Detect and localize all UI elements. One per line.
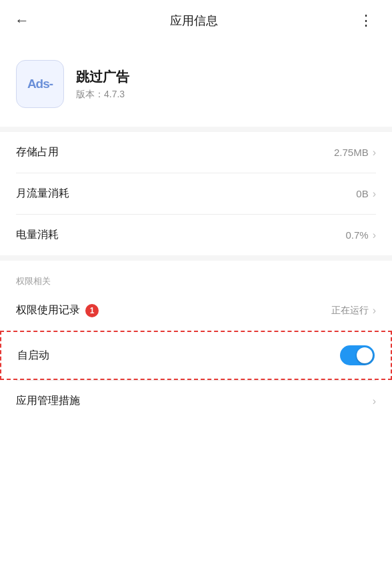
- permission-usage-left: 权限使用记录 1: [16, 303, 99, 317]
- header: ← 应用信息 ⋮: [0, 0, 392, 41]
- permission-chevron-icon: ›: [373, 305, 376, 317]
- battery-value: 0.7%: [345, 229, 368, 241]
- app-name: 跳过广告: [76, 68, 129, 86]
- permission-status: 正在运行: [331, 305, 369, 317]
- section-divider: [0, 127, 392, 132]
- storage-right: 2.75MB ›: [334, 147, 376, 159]
- app-management-right: ›: [371, 395, 376, 407]
- section-divider-2: [0, 255, 392, 261]
- auto-start-item[interactable]: 自启动: [0, 331, 392, 380]
- battery-chevron-icon: ›: [373, 229, 376, 241]
- traffic-chevron-icon: ›: [373, 188, 376, 200]
- storage-chevron-icon: ›: [373, 147, 376, 159]
- app-icon: Ads-: [16, 60, 64, 108]
- app-management-chevron-icon: ›: [373, 395, 376, 407]
- auto-start-label: 自启动: [17, 349, 49, 363]
- battery-right: 0.7% ›: [345, 229, 376, 241]
- back-button[interactable]: ←: [9, 9, 35, 32]
- toggle-switch[interactable]: [340, 345, 375, 365]
- app-details: 跳过广告 版本：4.7.3: [76, 68, 129, 101]
- page-title: 应用信息: [35, 13, 353, 29]
- toggle-thumb: [357, 347, 373, 363]
- permission-badge: 1: [85, 304, 99, 317]
- traffic-value: 0B: [356, 188, 368, 199]
- traffic-label: 月流量消耗: [16, 187, 69, 201]
- battery-label: 电量消耗: [16, 228, 59, 242]
- traffic-right: 0B ›: [356, 188, 376, 200]
- permission-usage-label: 权限使用记录: [16, 303, 80, 317]
- auto-start-toggle[interactable]: [340, 345, 375, 365]
- permissions-header: 权限相关: [0, 266, 392, 290]
- app-info-section: Ads- 跳过广告 版本：4.7.3: [0, 41, 392, 127]
- permission-usage-item[interactable]: 权限使用记录 1 正在运行 ›: [0, 290, 392, 331]
- battery-item[interactable]: 电量消耗 0.7% ›: [0, 215, 392, 255]
- storage-label: 存储占用: [16, 145, 59, 159]
- more-button[interactable]: ⋮: [353, 9, 380, 32]
- app-icon-text: Ads-: [27, 77, 53, 91]
- permissions-section: 权限相关 权限使用记录 1 正在运行 › 自启动 应用管理措施 ›: [0, 266, 392, 421]
- storage-item[interactable]: 存储占用 2.75MB ›: [0, 132, 392, 173]
- storage-value: 2.75MB: [334, 147, 369, 158]
- app-management-label: 应用管理措施: [16, 394, 80, 408]
- app-version: 版本：4.7.3: [76, 89, 129, 101]
- permission-usage-right: 正在运行 ›: [331, 305, 376, 317]
- app-management-item[interactable]: 应用管理措施 ›: [0, 381, 392, 421]
- traffic-item[interactable]: 月流量消耗 0B ›: [0, 173, 392, 214]
